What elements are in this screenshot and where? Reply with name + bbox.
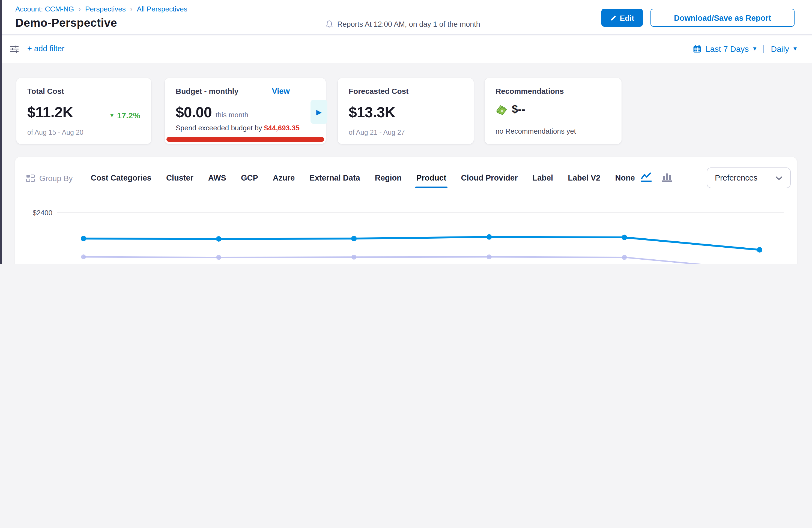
budget-expand-button[interactable]: ▶ bbox=[310, 100, 328, 124]
budget-view-link[interactable]: View bbox=[272, 87, 290, 96]
ccm-perspective-page: Account: CCM-NG › Perspectives › All Per… bbox=[0, 0, 812, 264]
card-title: Budget - monthly bbox=[176, 87, 238, 96]
breadcrumb-perspectives-link[interactable]: Perspectives bbox=[85, 5, 126, 13]
tab-cluster[interactable]: Cluster bbox=[166, 174, 193, 183]
date-period: of Aug 15 - Aug 20 bbox=[27, 129, 84, 136]
breadcrumb: Account: CCM-NG › Perspectives › All Per… bbox=[15, 5, 187, 13]
date-period: of Aug 21 - Aug 27 bbox=[349, 129, 405, 136]
budget-card: Budget - monthly View $0.00 this month S… bbox=[165, 78, 326, 144]
breadcrumb-separator: › bbox=[78, 5, 81, 13]
budget-exceeded-amount: $44,693.35 bbox=[264, 124, 300, 132]
tab-cloud-provider[interactable]: Cloud Provider bbox=[461, 174, 518, 183]
chevron-down-icon bbox=[775, 174, 783, 182]
preferences-label: Preferences bbox=[715, 174, 757, 182]
divider: | bbox=[761, 43, 766, 54]
filter-panel-toggle[interactable] bbox=[10, 45, 19, 56]
budget-value-suffix: this month bbox=[216, 111, 248, 119]
granularity-label: Daily bbox=[771, 44, 789, 53]
tab-product[interactable]: Product bbox=[416, 174, 446, 183]
budget-progress-bar bbox=[166, 137, 324, 142]
delta-value: 17.2% bbox=[117, 111, 140, 120]
time-controls: Last 7 Days ▾ | Daily ▾ bbox=[693, 43, 797, 54]
chevron-down-icon: ▾ bbox=[794, 45, 797, 53]
recommendations-card: Recommendations $-- no Recommendations y… bbox=[484, 78, 622, 144]
group-by-tabs: Cost Categories Cluster AWS GCP Azure Ex… bbox=[91, 174, 635, 183]
recommendations-note: no Recommendations yet bbox=[495, 127, 576, 135]
add-filter-button[interactable]: + add filter bbox=[27, 44, 64, 53]
edit-button-label: Edit bbox=[620, 13, 634, 22]
preferences-dropdown[interactable]: Preferences bbox=[707, 167, 791, 188]
tab-cost-categories[interactable]: Cost Categories bbox=[91, 174, 151, 183]
date-range-select[interactable]: Last 7 Days ▾ bbox=[693, 44, 757, 53]
grid-icon bbox=[26, 175, 35, 182]
card-title: Recommendations bbox=[495, 87, 611, 96]
cost-delta: ▼ 17.2% bbox=[109, 111, 140, 120]
group-by-row: Group By Cost Categories Cluster AWS GCP… bbox=[26, 168, 794, 188]
tab-aws[interactable]: AWS bbox=[208, 174, 226, 183]
report-schedule-text: Reports At 12:00 AM, on day 1 of the mon… bbox=[337, 20, 480, 28]
report-schedule-note: Reports At 12:00 AM, on day 1 of the mon… bbox=[325, 20, 480, 28]
breadcrumb-separator: › bbox=[130, 5, 133, 13]
forecasted-cost-card: Forecasted Cost $13.3K of Aug 21 - Aug 2… bbox=[338, 78, 474, 144]
tab-external-data[interactable]: External Data bbox=[309, 174, 360, 183]
edit-button[interactable]: Edit bbox=[601, 9, 643, 27]
page-header: Account: CCM-NG › Perspectives › All Per… bbox=[2, 0, 812, 35]
perspective-panel: Group By Cost Categories Cluster AWS GCP… bbox=[15, 157, 797, 264]
tab-label-v2[interactable]: Label V2 bbox=[568, 174, 600, 183]
tab-none[interactable]: None bbox=[615, 174, 635, 183]
left-edge-strip bbox=[0, 0, 2, 264]
money-icon bbox=[495, 104, 508, 115]
budget-value: $0.00 bbox=[176, 104, 212, 121]
recommendations-savings-value: $-- bbox=[512, 103, 525, 116]
breadcrumb-all-perspectives-link[interactable]: All Perspectives bbox=[137, 5, 187, 13]
budget-note-text: Spend exceeded budget by bbox=[176, 124, 264, 132]
card-title: Total Cost bbox=[27, 87, 140, 96]
group-by-label: Group By bbox=[39, 174, 73, 183]
svg-text:$2400: $2400 bbox=[33, 209, 53, 217]
filter-bar: + add filter Last 7 Days ▾ | Daily ▾ bbox=[2, 35, 812, 63]
page-title: Demo-Perspective bbox=[15, 16, 117, 29]
date-range-label: Last 7 Days bbox=[706, 44, 749, 53]
summary-cards: Total Cost $11.2K ▼ 17.2% of Aug 15 - Au… bbox=[2, 63, 812, 157]
tab-azure[interactable]: Azure bbox=[273, 174, 295, 183]
chart-type-toggle bbox=[640, 172, 673, 185]
download-save-report-button[interactable]: Download/Save as Report bbox=[651, 9, 795, 27]
breadcrumb-account-link[interactable]: Account: CCM-NG bbox=[15, 5, 74, 13]
forecasted-cost-value: $13.3K bbox=[349, 104, 395, 121]
tab-region[interactable]: Region bbox=[375, 174, 402, 183]
pencil-icon bbox=[610, 14, 617, 21]
tab-gcp[interactable]: GCP bbox=[241, 174, 258, 183]
sliders-icon bbox=[10, 45, 19, 54]
cost-trend-line-chart[interactable]: $0$1200$2400Aug 15Aug 16Aug 17Aug 18Aug … bbox=[15, 196, 797, 264]
tab-label[interactable]: Label bbox=[532, 174, 553, 183]
play-arrow-icon: ▶ bbox=[316, 108, 322, 116]
calendar-icon bbox=[693, 44, 701, 53]
download-button-label: Download/Save as Report bbox=[674, 13, 771, 22]
bar-chart-icon[interactable] bbox=[662, 172, 673, 185]
card-title: Forecasted Cost bbox=[349, 87, 463, 96]
bell-icon bbox=[325, 20, 333, 28]
total-cost-value: $11.2K bbox=[27, 104, 73, 121]
triangle-down-icon: ▼ bbox=[109, 112, 115, 118]
chevron-down-icon: ▾ bbox=[753, 45, 756, 53]
line-chart-icon[interactable] bbox=[640, 172, 653, 185]
granularity-select[interactable]: Daily ▾ bbox=[771, 44, 797, 53]
budget-exceeded-note: Spend exceeded budget by $44,693.35 bbox=[176, 124, 300, 132]
total-cost-card: Total Cost $11.2K ▼ 17.2% of Aug 15 - Au… bbox=[16, 78, 151, 144]
